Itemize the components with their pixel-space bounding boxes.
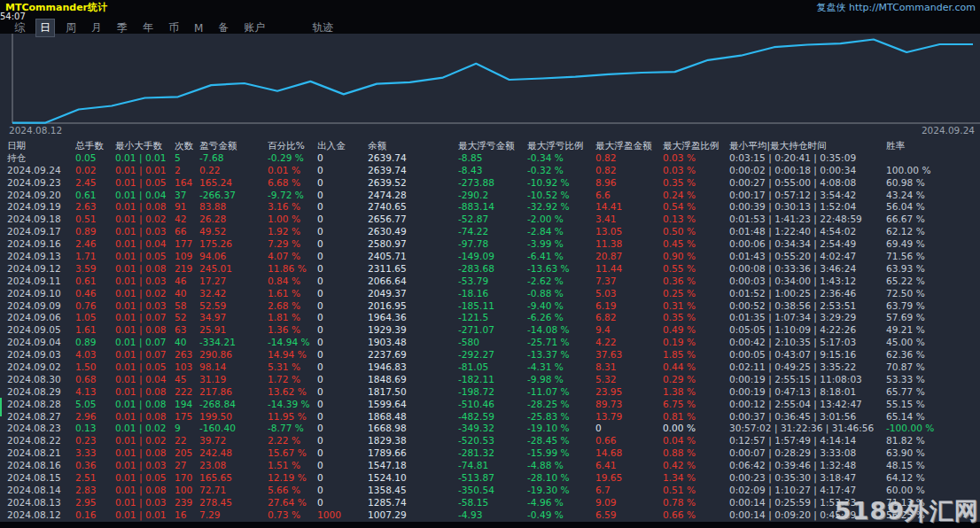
table-cell: 0.01 | 0.05 (115, 176, 175, 189)
table-cell: 100.00 % (886, 164, 966, 176)
table-cell: 0.49 % (663, 323, 729, 336)
table-cell: 0 (317, 176, 368, 189)
table-row[interactable]: 2024.09.240.020.01 | 0.0120.220.01 %0263… (0, 164, 980, 176)
table-row[interactable]: 2024.09.123.590.01 | 0.08219245.0111.86 … (0, 262, 980, 275)
table-row[interactable]: 2024.08.300.680.01 | 0.044531.191.72 %01… (0, 373, 980, 385)
table-cell: 0.01 | 0.04 (115, 189, 175, 201)
table-cell: 55.15 % (886, 398, 966, 410)
table-row[interactable]: 2024.08.272.960.01 | 0.08175199.5011.95 … (0, 410, 980, 423)
table-row[interactable]: 2024.09.232.450.01 | 0.05164165.246.68 %… (0, 176, 980, 189)
table-cell: 25.91 (199, 323, 268, 336)
table-row[interactable]: 2024.08.142.830.01 | 0.0810072.715.66 %0… (0, 484, 980, 496)
column-header: 百分比% (268, 139, 317, 151)
table-cell: 0.55 % (663, 262, 729, 275)
table-cell: 222 (175, 385, 199, 398)
table-cell: 2066.64 (368, 275, 458, 287)
table-row[interactable]: 2024.08.285.050.01 | 0.08194-268.84-14.3… (0, 398, 980, 410)
table-cell: 14.68 (595, 446, 663, 459)
table-cell: 2016.95 (368, 299, 458, 312)
table-cell: 2024.08.15 (7, 471, 75, 484)
table-cell: 0.13 % (663, 213, 729, 225)
table-row[interactable]: 持仓0.050.01 | 0.015-7.68-0.29 %02639.74-8… (0, 151, 980, 164)
table-cell: -7.68 (199, 151, 268, 164)
table-row[interactable]: 2024.09.110.610.01 | 0.034617.270.84 %02… (0, 275, 980, 287)
table-cell: 0.89 (75, 336, 115, 348)
table-row[interactable]: 2024.09.180.510.01 | 0.024226.281.00 %02… (0, 213, 980, 225)
table-cell: 2024.08.23 (7, 422, 75, 434)
table-cell: 0.88 % (663, 446, 729, 459)
table-cell: -13.37 % (527, 348, 595, 361)
table-cell: 60.00 % (886, 484, 966, 496)
table-cell: 2405.71 (368, 250, 458, 262)
table-row[interactable]: 2024.09.131.710.01 | 0.0510994.064.07 %0… (0, 250, 980, 262)
table-cell: 219 (175, 262, 199, 275)
table-cell: 0:05:05 | 1:10:09 | 4:22:26 (729, 323, 886, 336)
table-cell: 175 (175, 410, 199, 423)
table-cell: 100 (175, 484, 199, 496)
table-row[interactable]: 2024.09.034.030.01 | 0.07263290.8614.94 … (0, 348, 980, 361)
table-cell: 0.42 % (663, 459, 729, 471)
table-cell: 0:02:11 | 0:49:25 | 3:35:22 (729, 361, 886, 373)
table-row[interactable]: 2024.09.021.500.01 | 0.0510398.145.31 %0… (0, 361, 980, 373)
table-row[interactable]: 2024.09.090.760.01 | 0.035852.592.68 %02… (0, 299, 980, 312)
table-cell: 0.51 (75, 213, 115, 225)
table-cell: 2639.74 (368, 164, 458, 176)
table-row[interactable]: 2024.08.230.130.01 | 0.029-160.40-8.77 %… (0, 422, 980, 434)
table-cell: 0.82 (595, 164, 663, 176)
daily-stats-table: 日期总手数最小大手数次数盈亏金额百分比%出入金余额最大浮亏金额最大浮亏比例最大浮… (0, 139, 980, 521)
table-cell: 57.69 % (886, 311, 966, 323)
table-cell: 0.24 % (663, 189, 729, 201)
table-row[interactable]: 2024.08.294.130.01 | 0.08222217.8613.62 … (0, 385, 980, 398)
table-cell: 6.82 (595, 311, 663, 323)
table-cell: 6.75 % (663, 398, 729, 410)
table-cell: 0.01 | 0.05 (115, 471, 175, 484)
table-cell: -32.92 % (527, 200, 595, 213)
table-cell: 71.56 % (886, 250, 966, 262)
table-cell: 170 (175, 471, 199, 484)
table-row[interactable]: 2024.08.220.230.01 | 0.022239.722.22 %01… (0, 434, 980, 446)
vendor-link[interactable]: 复盘侠 http://MTCommander.com (816, 1, 976, 14)
table-cell: 94.06 (199, 250, 268, 262)
table-cell: 65.22 % (886, 275, 966, 287)
table-cell: 2.95 (75, 496, 115, 509)
table-cell: 0.19 % (663, 336, 729, 348)
table-cell: 2024.09.18 (7, 213, 75, 225)
table-cell: -52.87 (458, 213, 527, 225)
table-row[interactable]: 2024.09.061.050.01 | 0.075234.971.81 %01… (0, 311, 980, 323)
table-row[interactable]: 2024.09.162.460.01 | 0.04177175.267.29 %… (0, 237, 980, 250)
table-cell: -0.32 % (527, 164, 595, 176)
table-cell: 0.04 % (663, 434, 729, 446)
table-cell: 0:00:05 | 0:43:07 | 9:15:16 (729, 348, 886, 361)
table-cell: 0.01 | 0.08 (115, 410, 175, 423)
table-cell: 2024.08.27 (7, 410, 75, 423)
table-cell: 1599.64 (368, 398, 458, 410)
table-row[interactable]: 2024.09.100.460.01 | 0.024032.421.61 %02… (0, 287, 980, 299)
table-row[interactable]: 2024.09.200.610.01 | 0.0437-266.37-9.72 … (0, 189, 980, 201)
table-cell: 2580.97 (368, 237, 458, 250)
table-cell: -290.2 (458, 189, 527, 201)
table-cell: -28.45 % (527, 434, 595, 446)
table-cell: 9 (175, 422, 199, 434)
table-cell: 0:00:39 | 0:30:13 | 1:52:04 (729, 200, 886, 213)
table-cell: 0.45 % (663, 237, 729, 250)
table-cell: 20.87 (595, 250, 663, 262)
table-cell: 0:06:42 | 0:39:46 | 1:32:48 (729, 459, 886, 471)
table-row[interactable]: 2024.08.160.360.01 | 0.032723.081.51 %01… (0, 459, 980, 471)
table-cell: 1.34 % (663, 471, 729, 484)
table-cell: -8.85 (458, 151, 527, 164)
table-row[interactable]: 2024.08.213.330.01 | 0.08205242.4815.67 … (0, 446, 980, 459)
table-cell: 4.13 (75, 385, 115, 398)
table-row[interactable]: 2024.08.120.160.01 | 0.01167.290.73 %100… (0, 509, 980, 521)
table-cell: 0.31 % (663, 299, 729, 312)
table-cell: -4.96 % (527, 496, 595, 509)
table-row[interactable]: 2024.08.132.950.01 | 0.03239278.4527.64 … (0, 496, 980, 509)
table-row[interactable]: 2024.09.040.890.01 | 0.0740-334.21-14.94… (0, 336, 980, 348)
table-row[interactable]: 2024.09.051.610.01 | 0.086325.911.36 %01… (0, 323, 980, 336)
table-cell: -74.81 (458, 459, 527, 471)
table-row[interactable]: 2024.08.152.510.01 | 0.05170165.6512.19 … (0, 471, 980, 484)
table-cell: 63.93 % (886, 262, 966, 275)
table-cell: 2024.08.12 (7, 509, 75, 521)
table-row[interactable]: 2024.09.170.890.01 | 0.036649.521.92 %02… (0, 225, 980, 237)
table-cell: 0.01 | 0.08 (115, 398, 175, 410)
table-row[interactable]: 2024.09.192.630.01 | 0.089183.883.16 %02… (0, 200, 980, 213)
